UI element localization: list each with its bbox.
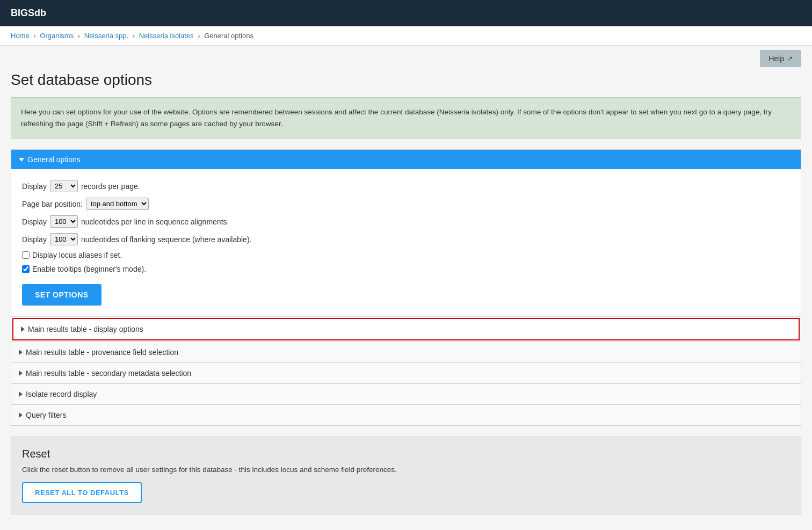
breadcrumb-sep-3: › — [133, 32, 135, 40]
collapsible-main-results-secondary[interactable]: Main results table - secondary metadata … — [11, 362, 801, 383]
main-content: Set database options Here you can set op… — [0, 71, 812, 525]
reset-all-label: RESET ALL TO DEFAULTS — [35, 489, 129, 497]
collapsible-isolate-record[interactable]: Isolate record display — [11, 383, 801, 404]
records-per-page-row: Display 10 25 50 100 200 records per pag… — [22, 180, 790, 192]
collapsible-label-provenance: Main results table - provenance field se… — [26, 348, 178, 357]
collapse-icon-provenance — [19, 350, 23, 355]
info-box: Here you can set options for your use of… — [11, 97, 801, 139]
collapse-icon-secondary — [19, 371, 23, 376]
nucleotides-line-suffix: nucleotides per line in sequence alignme… — [81, 217, 229, 226]
collapsible-label-isolate: Isolate record display — [26, 390, 97, 398]
collapsible-main-results-provenance[interactable]: Main results table - provenance field se… — [11, 342, 801, 362]
help-label: Help — [769, 54, 784, 63]
collapsible-label-query: Query filters — [26, 411, 66, 419]
reset-title: Reset — [22, 448, 790, 460]
tooltips-text: Enable tooltips (beginner's mode). — [32, 265, 146, 273]
flanking-label: Display — [22, 235, 47, 244]
collapse-icon-query — [19, 412, 23, 418]
page-title: Set database options — [11, 71, 801, 89]
tooltips-row: Enable tooltips (beginner's mode). — [22, 265, 790, 273]
display-records-label: Display — [22, 182, 47, 191]
collapsible-query-filters[interactable]: Query filters — [11, 404, 801, 425]
tooltips-label[interactable]: Enable tooltips (beginner's mode). — [22, 265, 146, 273]
breadcrumb-current: General options — [204, 32, 253, 40]
nucleotides-line-row: Display 50 100 150 200 nucleotides per l… — [22, 215, 790, 228]
general-options-body: Display 10 25 50 100 200 records per pag… — [11, 169, 801, 317]
collapse-icon-display — [21, 326, 25, 332]
options-container: General options Display 10 25 50 100 200… — [11, 149, 801, 426]
reset-description: Click the reset button to remove all use… — [22, 466, 790, 474]
collapsible-main-results-display[interactable]: Main results table - display options — [12, 318, 800, 340]
app-title-bar: BIGSdb — [0, 0, 812, 26]
general-options-header[interactable]: General options — [11, 150, 801, 169]
breadcrumb-sep-1: › — [33, 32, 35, 40]
breadcrumb-sep-4: › — [198, 32, 200, 40]
general-options-collapse-icon — [19, 158, 24, 162]
general-options-title: General options — [27, 155, 81, 164]
app-title: BIGSdb — [11, 8, 46, 18]
page-bar-select[interactable]: top and bottom top only bottom only — [86, 198, 149, 210]
reset-all-button[interactable]: RESET ALL TO DEFAULTS — [22, 482, 142, 503]
flanking-row: Display 25 50 100 200 500 nucleotides of… — [22, 233, 790, 245]
reset-section: Reset Click the reset button to remove a… — [11, 437, 801, 514]
breadcrumb-home[interactable]: Home — [11, 32, 30, 40]
locus-aliases-text: Display locus aliases if set. — [32, 251, 122, 259]
collapsible-label-secondary: Main results table - secondary metadata … — [26, 369, 191, 377]
help-button[interactable]: Help ↗ — [760, 50, 801, 67]
collapse-icon-isolate — [19, 391, 23, 397]
flanking-select[interactable]: 25 50 100 200 500 — [50, 233, 78, 245]
set-options-button[interactable]: SET OPTIONS — [22, 284, 102, 306]
external-link-icon: ↗ — [787, 55, 793, 62]
locus-aliases-label[interactable]: Display locus aliases if set. — [22, 251, 122, 259]
info-text: Here you can set options for your use of… — [21, 108, 772, 128]
set-options-label: SET OPTIONS — [35, 291, 89, 299]
page-bar-label: Page bar position: — [22, 200, 83, 208]
breadcrumb-neisseria-spp[interactable]: Neisseria spp. — [84, 32, 128, 40]
flanking-suffix: nucleotides of flanking sequence (where … — [81, 235, 252, 244]
nucleotides-line-select[interactable]: 50 100 150 200 — [50, 215, 78, 228]
breadcrumb-organisms[interactable]: Organisms — [40, 32, 74, 40]
nucleotides-line-label: Display — [22, 217, 47, 226]
breadcrumb: Home › Organisms › Neisseria spp. › Neis… — [0, 26, 812, 46]
collapsible-label-display: Main results table - display options — [28, 325, 143, 333]
breadcrumb-neisseria-isolates[interactable]: Neisseria isolates — [139, 32, 194, 40]
page-bar-position-row: Page bar position: top and bottom top on… — [22, 198, 790, 210]
records-per-page-select[interactable]: 10 25 50 100 200 — [50, 180, 78, 192]
breadcrumb-sep-2: › — [78, 32, 80, 40]
display-records-suffix: records per page. — [81, 182, 140, 191]
help-button-area: Help ↗ — [0, 46, 812, 71]
locus-aliases-row: Display locus aliases if set. — [22, 251, 790, 259]
tooltips-checkbox[interactable] — [22, 265, 30, 273]
locus-aliases-checkbox[interactable] — [22, 251, 30, 259]
